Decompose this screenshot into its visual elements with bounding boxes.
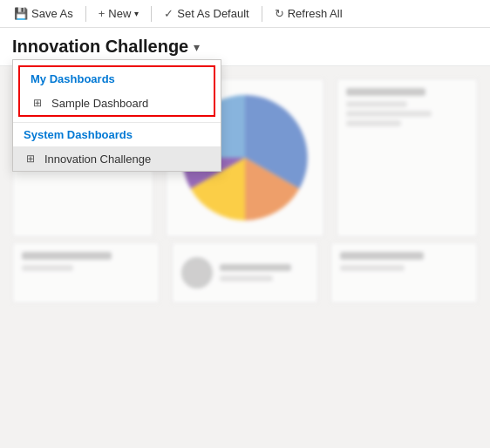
grid-icon-2: ⊞ [24, 152, 37, 166]
my-dashboards-section: My Dashboards ⊞ Sample Dashboard [18, 65, 215, 117]
save-as-button[interactable]: 💾 Save As [7, 3, 80, 24]
bottom-card-2 [172, 242, 319, 303]
refresh-icon: ↻ [275, 7, 284, 20]
check-icon: ✓ [164, 7, 174, 20]
new-label: New [108, 7, 131, 20]
title-chevron-icon[interactable]: ▾ [194, 40, 200, 54]
new-icon: + [99, 7, 105, 20]
dashboard-dropdown: My Dashboards ⊞ Sample Dashboard System … [12, 59, 221, 172]
card-3 [337, 78, 478, 237]
toolbar: 💾 Save As + New ▾ ✓ Set As Default ↻ Ref… [0, 0, 490, 28]
system-dashboards-label[interactable]: System Dashboards [13, 122, 221, 146]
sample-dashboard-label: Sample Dashboard [51, 97, 148, 110]
page-title: Innovation Challenge [12, 37, 188, 57]
grid-icon: ⊞ [31, 96, 44, 110]
my-dashboards-label[interactable]: My Dashboards [20, 67, 214, 91]
innovation-challenge-item[interactable]: ⊞ Innovation Challenge [13, 146, 221, 171]
refresh-all-label: Refresh All [288, 7, 343, 20]
set-as-default-label: Set As Default [177, 7, 248, 20]
bottom-row [0, 242, 490, 316]
set-as-default-button[interactable]: ✓ Set As Default [157, 3, 255, 24]
divider-2 [151, 6, 152, 22]
sample-dashboard-item[interactable]: ⊞ Sample Dashboard [20, 91, 214, 115]
divider-3 [262, 6, 262, 22]
divider-1 [85, 6, 86, 22]
new-button[interactable]: + New ▾ [92, 3, 146, 24]
refresh-all-button[interactable]: ↻ Refresh All [268, 3, 350, 24]
innovation-challenge-label: Innovation Challenge [44, 153, 151, 166]
new-chevron-icon: ▾ [134, 9, 139, 18]
bottom-card-1 [12, 242, 160, 303]
save-icon: 💾 [14, 7, 28, 20]
bottom-card-3 [330, 242, 478, 303]
save-as-label: Save As [31, 7, 73, 20]
